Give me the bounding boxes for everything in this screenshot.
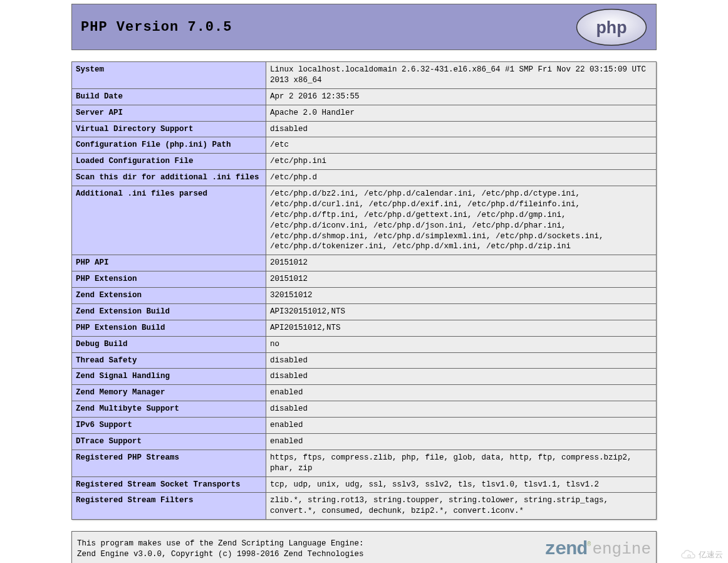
table-row: Additional .ini files parsed/etc/php.d/b…	[72, 186, 657, 255]
zend-engine-logo: zend®engine	[494, 535, 651, 563]
table-row: Zend Extension BuildAPI320151012,NTS	[72, 303, 657, 320]
zend-logo-zend: zend	[544, 539, 587, 560]
info-key: System	[72, 62, 266, 89]
table-row: Registered Stream Socket Transportstcp, …	[72, 476, 657, 493]
table-row: Configuration File (php.ini) Path/etc	[72, 137, 657, 154]
info-value: /etc/php.d/bz2.ini, /etc/php.d/calendar.…	[266, 186, 657, 255]
svg-point-1	[688, 555, 690, 557]
info-key: Debug Build	[72, 336, 266, 352]
table-row: Registered PHP Streamshttps, ftps, compr…	[72, 450, 657, 476]
info-value: no	[266, 336, 657, 352]
zend-logo-engine: engine	[592, 540, 651, 559]
php-version-banner: PHP Version 7.0.5 php	[71, 4, 657, 50]
info-value: enabled	[266, 385, 657, 401]
php-logo-text: php	[596, 18, 627, 37]
table-row: Zend Multibyte Supportdisabled	[72, 401, 657, 418]
info-key: PHP API	[72, 255, 266, 271]
info-key: Build Date	[72, 88, 266, 105]
info-value: 20151012	[266, 271, 657, 288]
watermark-text: 亿速云	[699, 549, 723, 560]
registered-icon: ®	[587, 541, 591, 548]
info-key: Server API	[72, 105, 266, 121]
info-key: Zend Signal Handling	[72, 369, 266, 385]
table-row: IPv6 Supportenabled	[72, 418, 657, 434]
info-value: 20151012	[266, 255, 657, 271]
info-key: Additional .ini files parsed	[72, 186, 266, 255]
table-row: Scan this dir for additional .ini files/…	[72, 170, 657, 186]
table-row: DTrace Supportenabled	[72, 433, 657, 450]
table-row: PHP API20151012	[72, 255, 657, 271]
info-value: 320151012	[266, 288, 657, 304]
info-key: Zend Memory Manager	[72, 385, 266, 401]
info-value: Apr 2 2016 12:35:55	[266, 88, 657, 105]
info-value: https, ftps, compress.zlib, php, file, g…	[266, 450, 657, 476]
info-value: API20151012,NTS	[266, 320, 657, 336]
info-value: API320151012,NTS	[266, 303, 657, 320]
info-key: Registered PHP Streams	[72, 450, 266, 476]
info-value: Linux localhost.localdomain 2.6.32-431.e…	[266, 62, 657, 89]
info-key: Loaded Configuration File	[72, 154, 266, 170]
table-row: SystemLinux localhost.localdomain 2.6.32…	[72, 62, 657, 89]
page-title: PHP Version 7.0.5	[77, 19, 232, 35]
info-value: Apache 2.0 Handler	[266, 105, 657, 121]
watermark: 亿速云	[680, 549, 723, 560]
info-value: /etc/php.d	[266, 170, 657, 186]
table-row: Debug Buildno	[72, 336, 657, 352]
table-row: Thread Safetydisabled	[72, 352, 657, 369]
info-value: disabled	[266, 369, 657, 385]
zend-line-2: Zend Engine v3.0.0, Copyright (c) 1998-2…	[77, 549, 364, 560]
info-value: zlib.*, string.rot13, string.toupper, st…	[266, 493, 657, 520]
info-key: Configuration File (php.ini) Path	[72, 137, 266, 154]
table-row: Virtual Directory Supportdisabled	[72, 121, 657, 137]
info-key: Registered Stream Socket Transports	[72, 476, 266, 493]
info-key: Zend Extension Build	[72, 303, 266, 320]
info-value: disabled	[266, 121, 657, 137]
info-value: disabled	[266, 401, 657, 418]
phpinfo-table: SystemLinux localhost.localdomain 2.6.32…	[71, 61, 657, 520]
info-value: disabled	[266, 352, 657, 369]
info-key: IPv6 Support	[72, 418, 266, 434]
info-key: PHP Extension Build	[72, 320, 266, 336]
php-logo: php	[572, 7, 651, 48]
zend-line-1: This program makes use of the Zend Scrip…	[77, 539, 364, 549]
table-row: Build DateApr 2 2016 12:35:55	[72, 88, 657, 105]
info-value: tcp, udp, unix, udg, ssl, sslv3, sslv2, …	[266, 476, 657, 493]
table-row: Loaded Configuration File/etc/php.ini	[72, 154, 657, 170]
table-row: PHP Extension BuildAPI20151012,NTS	[72, 320, 657, 336]
info-key: Scan this dir for additional .ini files	[72, 170, 266, 186]
table-row: Zend Extension320151012	[72, 288, 657, 304]
zend-engine-box: This program makes use of the Zend Scrip…	[71, 531, 657, 563]
info-value: enabled	[266, 433, 657, 450]
cloud-icon	[680, 549, 696, 560]
zend-engine-text: This program makes use of the Zend Scrip…	[77, 539, 364, 560]
table-row: Registered Stream Filterszlib.*, string.…	[72, 493, 657, 520]
table-row: Zend Memory Managerenabled	[72, 385, 657, 401]
info-key: Registered Stream Filters	[72, 493, 266, 520]
table-row: Zend Signal Handlingdisabled	[72, 369, 657, 385]
info-value: /etc	[266, 137, 657, 154]
table-row: Server APIApache 2.0 Handler	[72, 105, 657, 121]
info-key: DTrace Support	[72, 433, 266, 450]
info-key: PHP Extension	[72, 271, 266, 288]
info-key: Zend Extension	[72, 288, 266, 304]
info-value: /etc/php.ini	[266, 154, 657, 170]
info-key: Thread Safety	[72, 352, 266, 369]
info-key: Zend Multibyte Support	[72, 401, 266, 418]
table-row: PHP Extension20151012	[72, 271, 657, 288]
info-key: Virtual Directory Support	[72, 121, 266, 137]
info-value: enabled	[266, 418, 657, 434]
